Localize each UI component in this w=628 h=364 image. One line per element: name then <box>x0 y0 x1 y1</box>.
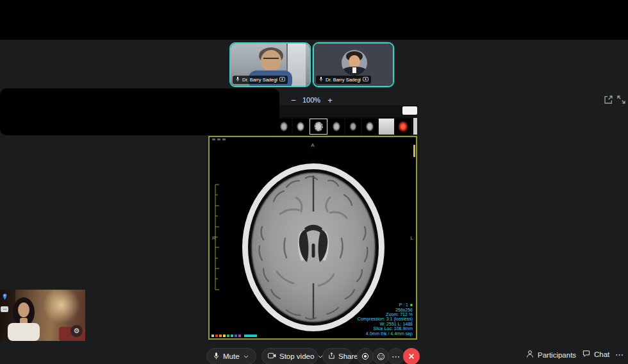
redacted-region <box>0 88 279 135</box>
status-dot <box>410 304 413 306</box>
stop-video-label: Stop video <box>279 352 314 360</box>
top-black-bar <box>0 0 628 40</box>
series-thumbnail <box>293 119 308 135</box>
video-on-indicator-icon <box>279 77 285 83</box>
video-on-indicator-icon <box>363 77 368 83</box>
avatar <box>342 50 367 76</box>
share-button[interactable]: Share <box>322 348 352 364</box>
pin-icon[interactable] <box>1 292 9 301</box>
zoom-in-button[interactable]: + <box>324 94 336 106</box>
stop-video-button[interactable]: Stop video <box>261 348 318 364</box>
participants-icon <box>526 350 534 360</box>
participant-1-name-badge: Dr. Barry Sadegi <box>233 76 288 84</box>
dicom-viewer: A R L P : 1 256x256 Zoom: 712 % Compress… <box>208 136 417 340</box>
more-options-button[interactable]: ⋯ <box>388 348 404 364</box>
series-thumbnail-selected <box>310 119 327 135</box>
chat-label: Chat <box>594 351 609 358</box>
shared-ui-fragment <box>402 106 417 115</box>
more-panels-button[interactable]: ⋯ <box>615 350 624 360</box>
overlay-matrix: 256x256 <box>358 308 413 312</box>
mute-label: Mute <box>223 352 240 360</box>
participant-tile-2[interactable]: Dr. Barry Sadegi <box>313 42 394 87</box>
participants-label: Participants <box>538 351 576 359</box>
overlay-zoom: Zoom: 712 % <box>358 312 413 317</box>
annotation-circle <box>315 122 323 131</box>
zoom-out-button[interactable]: − <box>288 94 299 106</box>
fullscreen-icon[interactable] <box>616 94 627 105</box>
series-thumbnail <box>329 119 344 135</box>
overlay-compression: Compression: 3:1 (lossless) <box>358 317 413 321</box>
share-label: Share <box>338 352 358 360</box>
keyboard-icon[interactable] <box>1 306 8 312</box>
viewer-status-chips <box>211 335 257 337</box>
orientation-right-side: R <box>212 235 216 241</box>
overlay-series-line: P : 1 <box>399 302 408 307</box>
self-view-video[interactable]: ⚙ <box>0 290 85 341</box>
participant-name: Dr. Barry Sadegi <box>326 77 361 83</box>
participant-name: Dr. Barry Sadegi <box>242 77 277 83</box>
chat-icon <box>583 350 590 359</box>
overlay-thickness: 4.0mm thk / 4.4mm sep <box>358 331 413 336</box>
series-thumbnail-scout <box>379 119 394 135</box>
share-icon <box>328 352 335 361</box>
orientation-left-side: L <box>411 235 413 241</box>
overlay-window-level: W: 2551 L: 1488 <box>358 322 413 326</box>
record-button[interactable] <box>357 348 374 364</box>
overlay-slice-loc: Slice Loc: 108.9mm <box>358 326 413 331</box>
popout-icon[interactable] <box>603 94 614 105</box>
zoom-level-label: 100% <box>300 96 323 104</box>
leave-meeting-button[interactable] <box>403 348 420 364</box>
series-thumbnail <box>362 119 377 135</box>
viewer-scrollbar <box>413 145 415 157</box>
settings-gear-button[interactable]: ⚙ <box>70 325 83 337</box>
camera-icon <box>268 352 276 360</box>
viewer-mini-toolbar <box>212 138 226 140</box>
participant-2-name-badge: Dr. Barry Sadegi <box>316 76 371 84</box>
strip-scrollbar <box>413 118 417 135</box>
series-thumbnail-colormap <box>395 119 411 135</box>
participant-tile-1[interactable]: Dr. Barry Sadegi <box>229 42 311 87</box>
reactions-button[interactable] <box>372 348 389 364</box>
viewer-h-scrollbar <box>244 335 257 337</box>
mic-icon <box>235 76 240 83</box>
participants-panel-button[interactable]: Participants <box>526 350 576 360</box>
mute-button[interactable]: Mute <box>206 348 256 364</box>
series-thumbnail <box>345 119 361 135</box>
chevron-down-icon[interactable] <box>244 355 249 358</box>
meeting-window: Dr. Barry Sadegi Dr. Barry Sadegi <box>0 0 628 364</box>
dicom-overlay-text: P : 1 256x256 Zoom: 712 % Compression: 3… <box>358 302 413 336</box>
orientation-anterior: A <box>311 142 314 148</box>
chat-panel-button[interactable]: Chat <box>583 350 609 359</box>
close-icon <box>408 353 415 360</box>
mic-icon <box>318 76 324 83</box>
mic-icon <box>213 352 220 361</box>
